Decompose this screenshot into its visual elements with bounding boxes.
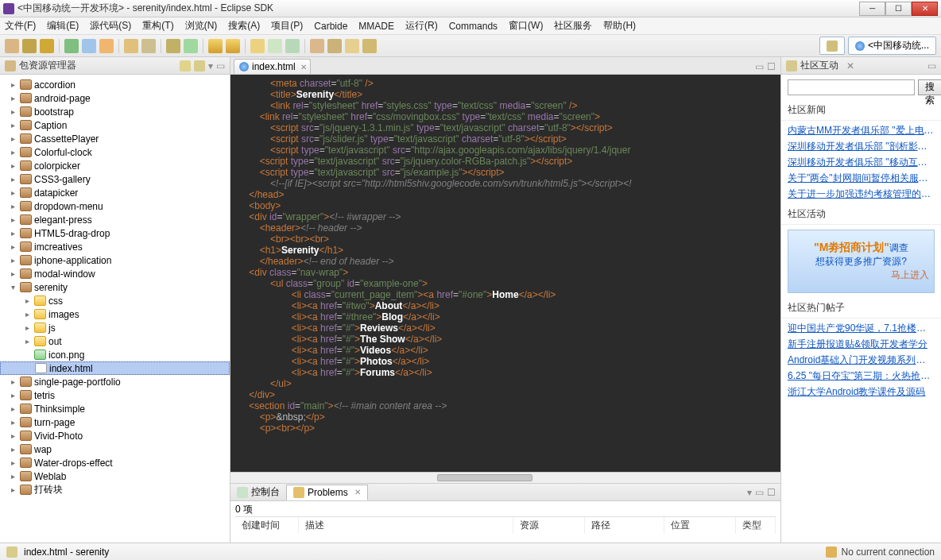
- expand-arrow-icon[interactable]: ▸: [22, 337, 32, 346]
- hot-link[interactable]: 浙江大学Android教学课件及源码: [788, 385, 935, 399]
- menu-item[interactable]: 搜索(A): [228, 19, 260, 33]
- tree-row[interactable]: ▸accordion: [0, 78, 230, 91]
- tree-row[interactable]: ▸css: [0, 294, 230, 307]
- menu-item[interactable]: 源代码(S): [90, 19, 131, 33]
- tree-row[interactable]: ▸Thinksimple: [0, 402, 230, 415]
- perspective-label[interactable]: <中国移动统...: [848, 37, 936, 55]
- problems-col-header[interactable]: 类型: [736, 517, 776, 534]
- expand-arrow-icon[interactable]: ▸: [8, 121, 17, 129]
- code-editor[interactable]: <meta charset="utf-8" /> <title>Serenity…: [230, 75, 780, 472]
- debug-icon[interactable]: [82, 39, 96, 53]
- close-problems-tab-icon[interactable]: ✕: [354, 488, 361, 496]
- menu-item[interactable]: 窗口(W): [509, 19, 543, 33]
- menu-item[interactable]: 重构(T): [142, 19, 173, 33]
- editor-horizontal-scrollbar[interactable]: [230, 472, 780, 483]
- menu-item[interactable]: MMADE: [358, 21, 394, 32]
- annotation-icon[interactable]: [184, 39, 198, 53]
- news-link[interactable]: 内蒙古MM开发者俱乐部 "爱上电子书: [788, 124, 935, 137]
- toolbar-icon-d[interactable]: [362, 39, 377, 53]
- tree-row[interactable]: ▸out: [0, 334, 230, 348]
- tree-row[interactable]: ▸colorpicker: [0, 159, 230, 172]
- collapse-all-icon[interactable]: [180, 60, 191, 71]
- expand-arrow-icon[interactable]: ▸: [8, 391, 17, 400]
- expand-arrow-icon[interactable]: ▸: [8, 188, 17, 197]
- problems-minimize-icon[interactable]: ▭: [755, 487, 764, 498]
- expand-arrow-icon[interactable]: ▸: [22, 296, 32, 305]
- expand-arrow-icon[interactable]: ▸: [8, 431, 17, 440]
- close-tab-icon[interactable]: ✕: [300, 63, 307, 71]
- community-search-button[interactable]: 搜索: [918, 79, 941, 95]
- news-link[interactable]: 关于进一步加强违约考核管理的通知: [788, 187, 935, 201]
- expand-arrow-icon[interactable]: ▸: [8, 472, 17, 481]
- problems-col-header[interactable]: 路径: [585, 517, 664, 534]
- open-perspective-button[interactable]: [819, 37, 845, 55]
- run-icon[interactable]: [64, 39, 79, 53]
- problems-col-header[interactable]: 位置: [664, 517, 736, 534]
- build-icon[interactable]: [124, 39, 138, 53]
- tree-row[interactable]: ▾serenity: [0, 280, 230, 294]
- community-close-icon[interactable]: ✕: [846, 60, 854, 71]
- tree-row[interactable]: icon.png: [0, 348, 230, 361]
- save-icon[interactable]: [22, 39, 37, 53]
- tree-row[interactable]: ▸iphone-application: [0, 253, 230, 267]
- expand-arrow-icon[interactable]: ▸: [8, 148, 17, 156]
- expand-arrow-icon[interactable]: ▸: [22, 310, 32, 319]
- new-icon[interactable]: [5, 39, 19, 53]
- expand-arrow-icon[interactable]: ▸: [8, 256, 17, 265]
- tree-row[interactable]: ▸Vivid-Photo: [0, 429, 230, 442]
- tree-row[interactable]: ▸elegant-press: [0, 213, 230, 226]
- expand-arrow-icon[interactable]: ▸: [8, 485, 17, 494]
- expand-arrow-icon[interactable]: ▸: [8, 107, 17, 116]
- expand-arrow-icon[interactable]: ▸: [8, 229, 17, 238]
- tree-row[interactable]: ▸Colorful-clock: [0, 145, 230, 159]
- problems-col-header[interactable]: 资源: [513, 517, 585, 534]
- view-menu-icon[interactable]: ▾: [208, 60, 213, 71]
- community-search-input[interactable]: [788, 79, 915, 95]
- project-tree[interactable]: ▸accordion▸android-page▸bootstrap▸Captio…: [0, 75, 230, 543]
- tree-row[interactable]: ▸images: [0, 307, 230, 321]
- link-editor-icon[interactable]: [194, 60, 205, 71]
- problems-maximize-icon[interactable]: ☐: [767, 487, 776, 498]
- tree-row[interactable]: ▸Water-drops-effect: [0, 456, 230, 469]
- tree-row[interactable]: ▸CSS3-gallery: [0, 172, 230, 186]
- news-link[interactable]: 深圳移动开发者俱乐部 "移动互联网新: [788, 156, 935, 169]
- expand-arrow-icon[interactable]: ▸: [22, 323, 32, 332]
- menu-item[interactable]: Commands: [449, 21, 498, 32]
- expand-arrow-icon[interactable]: ▸: [8, 80, 17, 89]
- tree-row[interactable]: ▸HTML5-drag-drop: [0, 226, 230, 240]
- problems-col-header[interactable]: 描述: [299, 517, 513, 534]
- expand-arrow-icon[interactable]: ▸: [8, 215, 17, 224]
- package-icon[interactable]: [268, 39, 282, 53]
- tree-row[interactable]: ▸turn-page: [0, 415, 230, 429]
- menu-item[interactable]: 项目(P): [271, 19, 303, 33]
- expand-arrow-icon[interactable]: ▾: [8, 283, 17, 292]
- tree-row[interactable]: ▸Weblab: [0, 469, 230, 483]
- search-icon[interactable]: [166, 39, 180, 53]
- menu-item[interactable]: Carbide: [314, 21, 347, 32]
- expand-arrow-icon[interactable]: ▸: [8, 377, 17, 386]
- maximize-button[interactable]: ☐: [885, 2, 912, 16]
- minimize-view-icon[interactable]: ▭: [216, 60, 225, 71]
- nav-fwd-icon[interactable]: [226, 39, 240, 53]
- toolbar-icon-a[interactable]: [310, 39, 324, 53]
- tree-row[interactable]: ▸tetris: [0, 388, 230, 402]
- expand-arrow-icon[interactable]: ▸: [8, 458, 17, 467]
- expand-arrow-icon[interactable]: ▸: [8, 242, 17, 251]
- news-link[interactable]: 关于"两会"封网期间暂停相关服务的: [788, 172, 935, 185]
- expand-arrow-icon[interactable]: ▸: [8, 418, 17, 427]
- problems-view-menu-icon[interactable]: ▾: [747, 487, 752, 498]
- editor-minimize-icon[interactable]: ▭: [755, 61, 764, 72]
- expand-arrow-icon[interactable]: ▸: [8, 161, 17, 170]
- nav-back-icon[interactable]: [208, 39, 223, 53]
- menu-item[interactable]: 运行(R): [405, 19, 438, 33]
- expand-arrow-icon[interactable]: ▸: [8, 202, 17, 210]
- hot-link[interactable]: Android基础入门开发视频系列教程: [788, 353, 935, 367]
- problems-col-header[interactable]: 创建时间: [235, 517, 299, 534]
- community-minimize-icon[interactable]: ▭: [927, 60, 936, 71]
- hot-link[interactable]: 6.25 "每日夺宝"第三期：火热抢夺百: [788, 369, 935, 383]
- tree-row[interactable]: ▸dropdown-menu: [0, 199, 230, 213]
- class-icon[interactable]: [285, 39, 300, 53]
- tree-row[interactable]: ▸bootstrap: [0, 105, 230, 118]
- new-project-icon[interactable]: [250, 39, 265, 53]
- menu-item[interactable]: 文件(F): [5, 19, 36, 33]
